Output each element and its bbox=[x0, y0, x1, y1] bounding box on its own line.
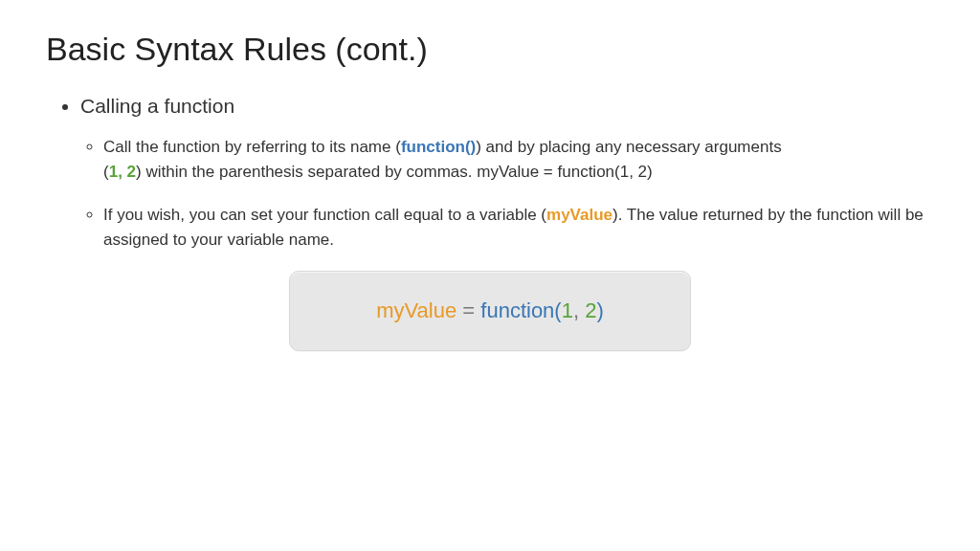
code-arg1: 1 bbox=[562, 298, 573, 322]
code-arg2: 2 bbox=[585, 298, 596, 322]
code-var: myValue bbox=[376, 298, 457, 322]
sub-bullet-assign-variable: If you wish, you can set your function c… bbox=[103, 203, 934, 252]
text-fragment: Call the function by referring to its na… bbox=[103, 138, 401, 156]
code-example-box: myValue = function(1, 2) bbox=[289, 271, 691, 351]
code-func: function bbox=[480, 298, 554, 322]
bullet-list-level1: Calling a function bbox=[46, 95, 934, 118]
code-comma: , bbox=[573, 298, 585, 322]
code-eq: = bbox=[457, 298, 480, 322]
bullet-calling-a-function: Calling a function bbox=[80, 95, 934, 118]
code-close-paren: ) bbox=[596, 298, 603, 322]
keyword-arguments: 1, 2 bbox=[109, 163, 136, 181]
keyword-function: function() bbox=[401, 138, 476, 156]
sub-bullet-call-function: Call the function by referring to its na… bbox=[103, 135, 792, 184]
keyword-myvalue: myValue bbox=[546, 206, 612, 224]
bullet-list-level2: Call the function by referring to its na… bbox=[46, 135, 934, 252]
slide-title: Basic Syntax Rules (cont.) bbox=[46, 31, 934, 68]
text-fragment: If you wish, you can set your function c… bbox=[103, 206, 546, 224]
code-open-paren: ( bbox=[554, 298, 561, 322]
text-fragment: ) within the parenthesis separated by co… bbox=[136, 163, 653, 181]
